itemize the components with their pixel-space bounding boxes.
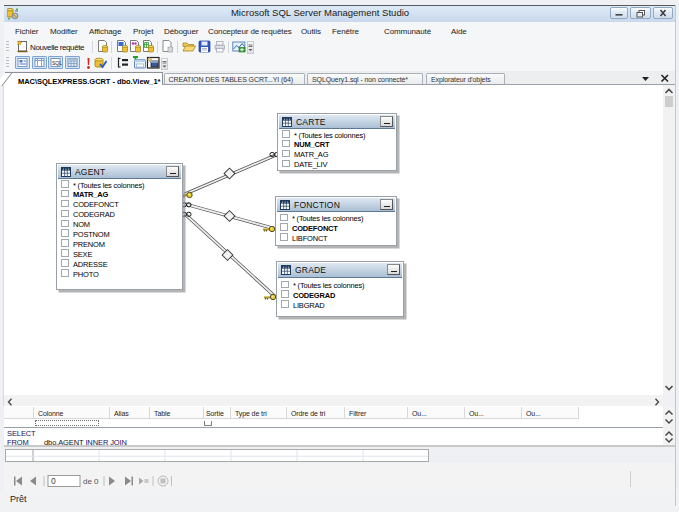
svg-text:de 0: de 0 — [83, 477, 99, 486]
svg-text:0: 0 — [51, 476, 56, 486]
svg-text:SQL: SQL — [52, 60, 62, 66]
